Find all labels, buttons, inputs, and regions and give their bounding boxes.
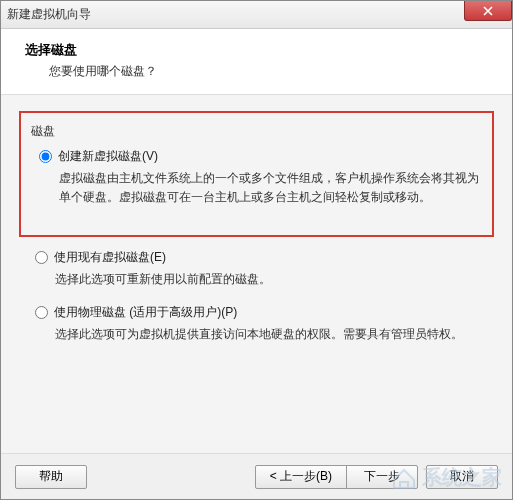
back-button[interactable]: < 上一步(B) [255,465,347,489]
radio-create-new[interactable] [39,150,52,163]
option-physical-label: 使用物理磁盘 (适用于高级用户)(P) [54,304,237,321]
close-button[interactable] [464,1,512,21]
cancel-button[interactable]: 取消 [426,465,498,489]
button-bar: 帮助 < 上一步(B) 下一步 取消 系统之家 [1,453,512,499]
nav-button-pair: < 上一步(B) 下一步 [255,465,418,489]
option-use-physical-disk: 使用物理磁盘 (适用于高级用户)(P) 选择此选项可为虚拟机提供直接访问本地硬盘… [27,304,494,344]
option-use-existing-disk: 使用现有虚拟磁盘(E) 选择此选项可重新使用以前配置的磁盘。 [27,249,494,289]
option-physical-desc: 选择此选项可为虚拟机提供直接访问本地硬盘的权限。需要具有管理员特权。 [55,325,494,344]
option-existing-row[interactable]: 使用现有虚拟磁盘(E) [35,249,494,266]
radio-use-existing[interactable] [35,251,48,264]
option-create-label: 创建新虚拟磁盘(V) [58,148,158,165]
option-create-new-disk[interactable]: 创建新虚拟磁盘(V) [39,148,482,165]
wizard-content: 磁盘 创建新虚拟磁盘(V) 虚拟磁盘由主机文件系统上的一个或多个文件组成，客户机… [1,95,512,453]
close-icon [483,6,493,16]
wizard-header: 选择磁盘 您要使用哪个磁盘？ [1,29,512,95]
page-subtitle: 您要使用哪个磁盘？ [49,63,492,80]
highlighted-option-group: 磁盘 创建新虚拟磁盘(V) 虚拟磁盘由主机文件系统上的一个或多个文件组成，客户机… [19,111,494,237]
wizard-window: 新建虚拟机向导 选择磁盘 您要使用哪个磁盘？ 磁盘 创建新虚拟磁盘(V) 虚拟磁… [0,0,513,500]
option-existing-label: 使用现有虚拟磁盘(E) [54,249,166,266]
option-existing-desc: 选择此选项可重新使用以前配置的磁盘。 [55,270,494,289]
titlebar: 新建虚拟机向导 [1,1,512,29]
help-button[interactable]: 帮助 [15,465,87,489]
option-physical-row[interactable]: 使用物理磁盘 (适用于高级用户)(P) [35,304,494,321]
section-label: 磁盘 [31,123,482,140]
page-title: 选择磁盘 [25,41,492,59]
next-button[interactable]: 下一步 [346,465,418,489]
window-title: 新建虚拟机向导 [7,6,91,23]
option-create-desc: 虚拟磁盘由主机文件系统上的一个或多个文件组成，客户机操作系统会将其视为单个硬盘。… [59,169,482,207]
radio-use-physical[interactable] [35,306,48,319]
